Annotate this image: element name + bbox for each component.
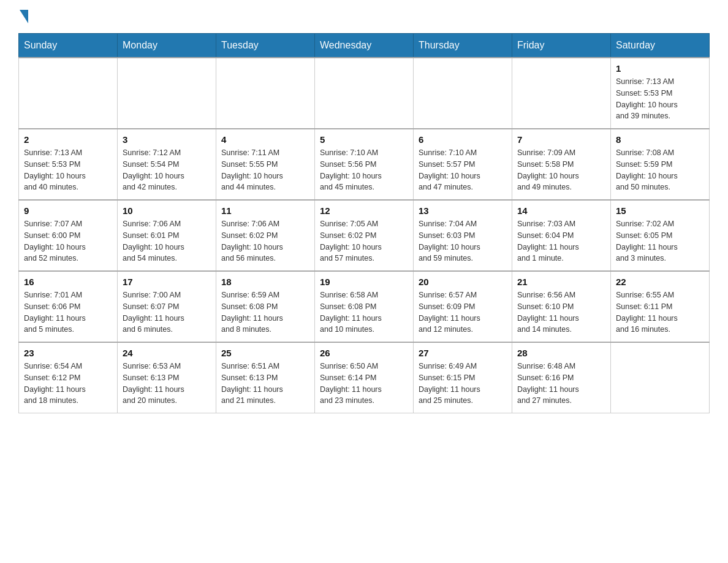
- day-info: Sunrise: 7:11 AMSunset: 5:55 PMDaylight:…: [221, 147, 309, 193]
- calendar-week-row: 16Sunrise: 7:01 AMSunset: 6:06 PMDayligh…: [19, 271, 710, 342]
- calendar-cell: 17Sunrise: 7:00 AMSunset: 6:07 PMDayligh…: [118, 271, 216, 342]
- calendar-cell: 20Sunrise: 6:57 AMSunset: 6:09 PMDayligh…: [414, 271, 512, 342]
- calendar-cell: 16Sunrise: 7:01 AMSunset: 6:06 PMDayligh…: [19, 271, 118, 342]
- day-info: Sunrise: 7:10 AMSunset: 5:57 PMDaylight:…: [419, 147, 507, 193]
- day-info: Sunrise: 7:05 AMSunset: 6:02 PMDaylight:…: [320, 218, 408, 264]
- calendar-cell: 22Sunrise: 6:55 AMSunset: 6:11 PMDayligh…: [611, 271, 710, 342]
- weekday-header-monday: Monday: [118, 34, 216, 58]
- calendar-cell: [414, 58, 512, 129]
- day-number: 8: [616, 134, 704, 145]
- day-info: Sunrise: 6:53 AMSunset: 6:13 PMDaylight:…: [123, 361, 211, 407]
- calendar-cell: 3Sunrise: 7:12 AMSunset: 5:54 PMDaylight…: [118, 129, 216, 200]
- calendar-week-row: 9Sunrise: 7:07 AMSunset: 6:00 PMDaylight…: [19, 200, 710, 271]
- calendar-week-row: 2Sunrise: 7:13 AMSunset: 5:53 PMDaylight…: [19, 129, 710, 200]
- weekday-header-saturday: Saturday: [611, 34, 710, 58]
- logo-triangle-icon: [20, 10, 28, 23]
- day-number: 28: [517, 348, 605, 358]
- day-number: 17: [123, 277, 211, 287]
- day-number: 23: [24, 348, 112, 358]
- calendar-cell: 7Sunrise: 7:09 AMSunset: 5:58 PMDaylight…: [512, 129, 611, 200]
- weekday-header-wednesday: Wednesday: [315, 34, 414, 58]
- calendar-cell: 28Sunrise: 6:48 AMSunset: 6:16 PMDayligh…: [512, 342, 611, 413]
- calendar-cell: [611, 342, 710, 413]
- logo: [18, 12, 28, 23]
- weekday-header-tuesday: Tuesday: [216, 34, 315, 58]
- day-info: Sunrise: 6:59 AMSunset: 6:08 PMDaylight:…: [221, 289, 309, 335]
- day-info: Sunrise: 7:13 AMSunset: 5:53 PMDaylight:…: [616, 76, 704, 122]
- day-info: Sunrise: 6:55 AMSunset: 6:11 PMDaylight:…: [616, 289, 704, 335]
- calendar-cell: 6Sunrise: 7:10 AMSunset: 5:57 PMDaylight…: [414, 129, 512, 200]
- day-number: 13: [419, 205, 507, 216]
- calendar-cell: 25Sunrise: 6:51 AMSunset: 6:13 PMDayligh…: [216, 342, 315, 413]
- calendar-cell: 27Sunrise: 6:49 AMSunset: 6:15 PMDayligh…: [414, 342, 512, 413]
- day-number: 15: [616, 205, 704, 216]
- day-number: 19: [320, 277, 408, 287]
- weekday-header-friday: Friday: [512, 34, 611, 58]
- calendar-cell: 24Sunrise: 6:53 AMSunset: 6:13 PMDayligh…: [118, 342, 216, 413]
- day-number: 25: [221, 348, 309, 358]
- calendar-cell: 2Sunrise: 7:13 AMSunset: 5:53 PMDaylight…: [19, 129, 118, 200]
- day-number: 27: [419, 348, 507, 358]
- day-info: Sunrise: 6:58 AMSunset: 6:08 PMDaylight:…: [320, 289, 408, 335]
- day-info: Sunrise: 6:56 AMSunset: 6:10 PMDaylight:…: [517, 289, 605, 335]
- calendar-cell: 13Sunrise: 7:04 AMSunset: 6:03 PMDayligh…: [414, 200, 512, 271]
- weekday-header-sunday: Sunday: [19, 34, 118, 58]
- calendar-cell: [512, 58, 611, 129]
- day-number: 2: [24, 134, 112, 145]
- day-number: 22: [616, 277, 704, 287]
- day-number: 12: [320, 205, 408, 216]
- day-number: 7: [517, 134, 605, 145]
- day-info: Sunrise: 7:06 AMSunset: 6:01 PMDaylight:…: [123, 218, 211, 264]
- day-info: Sunrise: 7:10 AMSunset: 5:56 PMDaylight:…: [320, 147, 408, 193]
- day-info: Sunrise: 7:04 AMSunset: 6:03 PMDaylight:…: [419, 218, 507, 264]
- day-info: Sunrise: 7:03 AMSunset: 6:04 PMDaylight:…: [517, 218, 605, 264]
- day-info: Sunrise: 7:00 AMSunset: 6:07 PMDaylight:…: [123, 289, 211, 335]
- day-number: 10: [123, 205, 211, 216]
- day-number: 1: [616, 63, 704, 74]
- day-info: Sunrise: 7:08 AMSunset: 5:59 PMDaylight:…: [616, 147, 704, 193]
- calendar-cell: 4Sunrise: 7:11 AMSunset: 5:55 PMDaylight…: [216, 129, 315, 200]
- calendar-cell: [315, 58, 414, 129]
- calendar-cell: 12Sunrise: 7:05 AMSunset: 6:02 PMDayligh…: [315, 200, 414, 271]
- calendar-cell: 19Sunrise: 6:58 AMSunset: 6:08 PMDayligh…: [315, 271, 414, 342]
- day-number: 16: [24, 277, 112, 287]
- day-info: Sunrise: 7:07 AMSunset: 6:00 PMDaylight:…: [24, 218, 112, 264]
- calendar-cell: 8Sunrise: 7:08 AMSunset: 5:59 PMDaylight…: [611, 129, 710, 200]
- calendar-week-row: 23Sunrise: 6:54 AMSunset: 6:12 PMDayligh…: [19, 342, 710, 413]
- day-info: Sunrise: 6:49 AMSunset: 6:15 PMDaylight:…: [419, 361, 507, 407]
- weekday-header-thursday: Thursday: [414, 34, 512, 58]
- page-header: [18, 12, 710, 23]
- day-info: Sunrise: 7:12 AMSunset: 5:54 PMDaylight:…: [123, 147, 211, 193]
- day-number: 20: [419, 277, 507, 287]
- calendar-cell: 15Sunrise: 7:02 AMSunset: 6:05 PMDayligh…: [611, 200, 710, 271]
- day-info: Sunrise: 6:50 AMSunset: 6:14 PMDaylight:…: [320, 361, 408, 407]
- day-number: 21: [517, 277, 605, 287]
- calendar-table: SundayMondayTuesdayWednesdayThursdayFrid…: [18, 33, 710, 413]
- calendar-cell: [216, 58, 315, 129]
- day-number: 5: [320, 134, 408, 145]
- day-number: 18: [221, 277, 309, 287]
- day-info: Sunrise: 6:57 AMSunset: 6:09 PMDaylight:…: [419, 289, 507, 335]
- day-number: 9: [24, 205, 112, 216]
- day-number: 24: [123, 348, 211, 358]
- day-number: 4: [221, 134, 309, 145]
- calendar-cell: 9Sunrise: 7:07 AMSunset: 6:00 PMDaylight…: [19, 200, 118, 271]
- day-info: Sunrise: 7:06 AMSunset: 6:02 PMDaylight:…: [221, 218, 309, 264]
- day-number: 14: [517, 205, 605, 216]
- day-info: Sunrise: 7:01 AMSunset: 6:06 PMDaylight:…: [24, 289, 112, 335]
- day-number: 3: [123, 134, 211, 145]
- calendar-week-row: 1Sunrise: 7:13 AMSunset: 5:53 PMDaylight…: [19, 58, 710, 129]
- calendar-cell: 26Sunrise: 6:50 AMSunset: 6:14 PMDayligh…: [315, 342, 414, 413]
- calendar-cell: 21Sunrise: 6:56 AMSunset: 6:10 PMDayligh…: [512, 271, 611, 342]
- day-number: 6: [419, 134, 507, 145]
- day-info: Sunrise: 7:09 AMSunset: 5:58 PMDaylight:…: [517, 147, 605, 193]
- day-info: Sunrise: 7:02 AMSunset: 6:05 PMDaylight:…: [616, 218, 704, 264]
- calendar-cell: 1Sunrise: 7:13 AMSunset: 5:53 PMDaylight…: [611, 58, 710, 129]
- calendar-cell: 11Sunrise: 7:06 AMSunset: 6:02 PMDayligh…: [216, 200, 315, 271]
- day-info: Sunrise: 6:54 AMSunset: 6:12 PMDaylight:…: [24, 361, 112, 407]
- calendar-cell: 10Sunrise: 7:06 AMSunset: 6:01 PMDayligh…: [118, 200, 216, 271]
- day-info: Sunrise: 6:48 AMSunset: 6:16 PMDaylight:…: [517, 361, 605, 407]
- day-number: 26: [320, 348, 408, 358]
- calendar-cell: 14Sunrise: 7:03 AMSunset: 6:04 PMDayligh…: [512, 200, 611, 271]
- day-info: Sunrise: 6:51 AMSunset: 6:13 PMDaylight:…: [221, 361, 309, 407]
